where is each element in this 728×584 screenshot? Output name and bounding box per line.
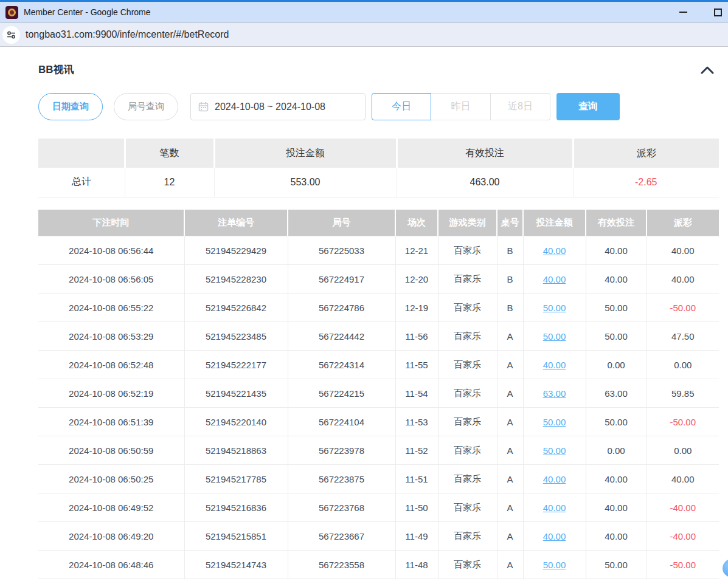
round-id-cell: 567223768: [288, 493, 395, 522]
valid-bet-cell: 40.00: [586, 265, 647, 294]
square-icon: [714, 9, 722, 16]
payout-cell: 40.00: [647, 236, 719, 265]
payout-cell: 0.00: [647, 351, 719, 379]
order-id-cell: 521945215851: [184, 522, 288, 551]
bet-time-cell: 2024-10-08 06:52:19: [38, 379, 184, 408]
bet-time-cell: 2024-10-08 06:49:52: [38, 493, 184, 522]
bet-time-cell: 2024-10-08 06:55:22: [38, 294, 184, 322]
order-id-cell: 521945222177: [184, 351, 288, 379]
bet-amount-cell: 50.00: [523, 294, 586, 322]
bet-time-cell: 2024-10-08 06:53:29: [38, 322, 184, 351]
header-session: 场次: [395, 210, 438, 236]
bet-amount-cell: 40.00: [523, 236, 586, 265]
session-cell: 11-49: [395, 522, 438, 551]
app-favicon-icon: [5, 6, 18, 19]
table-id-cell: A: [497, 436, 523, 465]
bet-amount-link[interactable]: 50.00: [543, 417, 566, 427]
table-id-cell: B: [497, 265, 523, 294]
minimize-button[interactable]: [671, 2, 695, 22]
table-id-cell: A: [497, 408, 523, 436]
table-id-cell: A: [497, 351, 523, 379]
page-title: BB视讯: [38, 63, 74, 77]
table-row: 2024-10-08 06:49:52521945216836567223768…: [38, 493, 719, 522]
bet-amount-link[interactable]: 40.00: [543, 503, 566, 513]
date-query-tab[interactable]: 日期查询: [38, 93, 103, 120]
table-id-cell: A: [497, 379, 523, 408]
valid-bet-cell: 50.00: [586, 322, 647, 351]
summary-header-row: 笔数 投注金额 有效投注 派彩: [38, 139, 719, 168]
round-id-cell: 567223978: [288, 436, 395, 465]
summary-total-row: 总计 12 553.00 463.00 -2.65: [38, 168, 719, 197]
table-id-cell: B: [497, 294, 523, 322]
date-range-input[interactable]: 2024-10-08 ~ 2024-10-08: [190, 93, 366, 120]
valid-bet-cell: 0.00: [586, 436, 647, 465]
summary-table: 笔数 投注金额 有效投注 派彩 总计 12 553.00 463.00 -2.6…: [38, 139, 719, 198]
summary-payout-value: -2.65: [573, 168, 719, 197]
round-id-cell: 567225033: [288, 236, 395, 265]
payout-cell: 40.00: [647, 465, 719, 493]
bet-time-cell: 2024-10-08 06:56:44: [38, 236, 184, 265]
session-cell: 11-51: [395, 465, 438, 493]
table-id-cell: A: [497, 322, 523, 351]
game-type-cell: 百家乐: [438, 322, 497, 351]
table-row: 2024-10-08 06:56:05521945228230567224917…: [38, 265, 719, 294]
table-row: 2024-10-08 06:51:39521945220140567224104…: [38, 408, 719, 436]
order-id-cell: 521945221435: [184, 379, 288, 408]
maximize-button[interactable]: [705, 2, 728, 22]
bet-amount-link[interactable]: 63.00: [543, 388, 566, 399]
table-id-cell: A: [497, 522, 523, 551]
table-id-cell: A: [497, 551, 523, 579]
search-button[interactable]: 查询: [556, 93, 620, 120]
tab-today[interactable]: 今日: [372, 93, 431, 120]
session-cell: 11-52: [395, 436, 438, 465]
window-titlebar: Member Center - Google Chrome: [0, 2, 728, 23]
bet-amount-link[interactable]: 50.00: [543, 445, 566, 456]
bet-amount-link[interactable]: 40.00: [543, 474, 566, 484]
summary-header-valid-bet: 有效投注: [397, 139, 573, 168]
summary-total-label: 总计: [38, 168, 125, 197]
tab-yesterday[interactable]: 昨日: [431, 93, 491, 120]
table-row: 2024-10-08 06:52:19521945221435567224215…: [38, 379, 719, 408]
collapse-section-button[interactable]: [699, 65, 715, 75]
site-settings-icon[interactable]: [2, 26, 20, 44]
bet-amount-cell: 50.00: [523, 436, 586, 465]
valid-bet-cell: 40.00: [586, 465, 647, 493]
bet-amount-link[interactable]: 40.00: [543, 531, 566, 541]
round-id-cell: 567223558: [288, 551, 395, 579]
header-bet-time: 下注时间: [38, 210, 184, 236]
tab-last8days[interactable]: 近8日: [491, 93, 550, 120]
summary-header-payout: 派彩: [573, 139, 719, 168]
table-row: 2024-10-08 06:53:29521945223485567224442…: [38, 322, 719, 351]
bet-table-header-row: 下注时间 注单编号 局号 场次 游戏类别 桌号 投注金额 有效投注 派彩: [38, 210, 719, 236]
session-cell: 11-55: [395, 351, 438, 379]
bet-amount-link[interactable]: 40.00: [543, 246, 566, 256]
game-type-cell: 百家乐: [438, 351, 497, 379]
order-id-cell: 521945223485: [184, 322, 288, 351]
date-range-value: 2024-10-08 ~ 2024-10-08: [215, 101, 325, 112]
bet-amount-link[interactable]: 40.00: [543, 360, 566, 370]
calendar-icon: [198, 101, 209, 112]
round-id-cell: 567224314: [288, 351, 395, 379]
payout-cell: -50.00: [647, 408, 719, 436]
session-cell: 11-53: [395, 408, 438, 436]
bet-amount-cell: 50.00: [523, 322, 586, 351]
bet-amount-cell: 50.00: [523, 551, 586, 579]
bet-time-cell: 2024-10-08 06:56:05: [38, 265, 184, 294]
round-query-tab[interactable]: 局号查询: [114, 93, 178, 120]
session-cell: 12-20: [395, 265, 438, 294]
chevron-up-icon: [699, 65, 715, 75]
order-id-cell: 521945228230: [184, 265, 288, 294]
table-id-cell: A: [497, 493, 523, 522]
session-cell: 12-19: [395, 294, 438, 322]
payout-cell: 47.50: [647, 322, 719, 351]
round-id-cell: 567224917: [288, 265, 395, 294]
bet-amount-link[interactable]: 50.00: [543, 303, 566, 313]
bet-amount-link[interactable]: 50.00: [543, 560, 566, 570]
bet-amount-link[interactable]: 40.00: [543, 274, 566, 284]
order-id-cell: 521945216836: [184, 493, 288, 522]
valid-bet-cell: 50.00: [586, 408, 647, 436]
session-cell: 11-48: [395, 551, 438, 579]
session-cell: 11-56: [395, 322, 438, 351]
bet-amount-link[interactable]: 50.00: [543, 331, 566, 342]
url-text[interactable]: tongbao31.com:9900/infe/mcenter/#/betRec…: [26, 29, 229, 40]
